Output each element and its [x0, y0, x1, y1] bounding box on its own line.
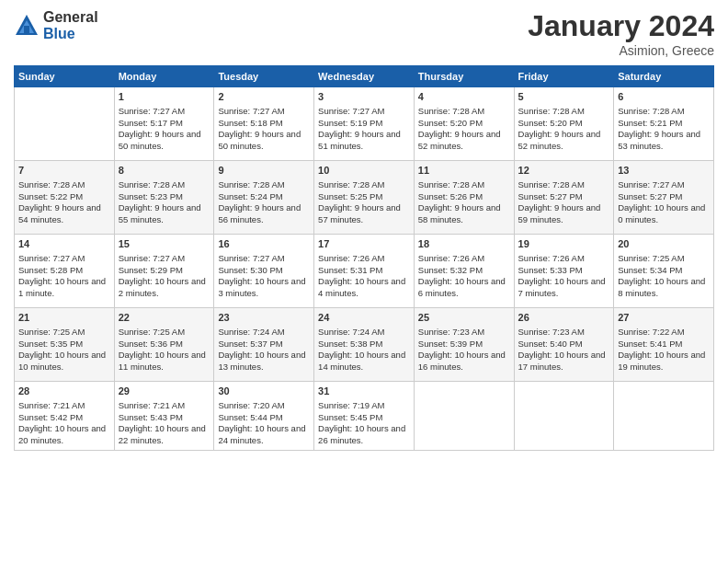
sunrise-text: Sunrise: 7:25 AM — [119, 327, 185, 337]
sunset-text: Sunset: 5:40 PM — [518, 339, 583, 349]
day-number: 8 — [119, 164, 210, 178]
daylight-text: Daylight: 10 hours and 6 minutes. — [418, 276, 506, 298]
day-number: 16 — [218, 237, 310, 251]
table-row: 13Sunrise: 7:27 AMSunset: 5:27 PMDayligh… — [614, 161, 714, 235]
sunrise-text: Sunrise: 7:21 AM — [119, 400, 185, 410]
table-row: 18Sunrise: 7:26 AMSunset: 5:32 PMDayligh… — [414, 235, 514, 308]
svg-rect-2 — [24, 26, 29, 33]
table-row: 4Sunrise: 7:28 AMSunset: 5:20 PMDaylight… — [414, 87, 514, 161]
table-row: 26Sunrise: 7:23 AMSunset: 5:40 PMDayligh… — [514, 308, 614, 382]
day-number: 31 — [318, 385, 410, 398]
cell-content: 30Sunrise: 7:20 AMSunset: 5:44 PMDayligh… — [218, 385, 310, 447]
table-row: 7Sunrise: 7:28 AMSunset: 5:22 PMDaylight… — [15, 161, 115, 235]
sunset-text: Sunset: 5:28 PM — [18, 265, 83, 275]
daylight-text: Daylight: 10 hours and 0 minutes. — [618, 202, 705, 224]
logo: General Blue — [14, 9, 98, 41]
daylight-text: Daylight: 10 hours and 20 minutes. — [18, 423, 106, 445]
day-number: 24 — [318, 311, 410, 325]
sunrise-text: Sunrise: 7:27 AM — [119, 106, 185, 116]
daylight-text: Daylight: 9 hours and 50 minutes. — [218, 129, 301, 151]
day-number: 20 — [618, 237, 710, 251]
logo-blue-text: Blue — [43, 26, 98, 42]
daylight-text: Daylight: 10 hours and 3 minutes. — [218, 276, 305, 298]
sunset-text: Sunset: 5:24 PM — [218, 191, 282, 201]
col-tuesday: Tuesday — [214, 66, 314, 87]
sunrise-text: Sunrise: 7:26 AM — [318, 253, 384, 263]
sunset-text: Sunset: 5:17 PM — [119, 118, 183, 128]
day-number: 25 — [418, 311, 510, 325]
sunrise-text: Sunrise: 7:28 AM — [518, 106, 585, 116]
sunrise-text: Sunrise: 7:27 AM — [618, 179, 684, 190]
logo-text: General Blue — [43, 9, 98, 41]
daylight-text: Daylight: 10 hours and 19 minutes. — [618, 350, 705, 372]
table-row: 14Sunrise: 7:27 AMSunset: 5:28 PMDayligh… — [15, 235, 115, 308]
day-number: 30 — [218, 385, 310, 398]
page: General Blue January 2024 Asimion, Greec… — [0, 0, 728, 563]
daylight-text: Daylight: 10 hours and 11 minutes. — [119, 350, 206, 372]
day-number: 5 — [518, 90, 610, 104]
sunset-text: Sunset: 5:41 PM — [618, 339, 682, 349]
sunset-text: Sunset: 5:21 PM — [618, 118, 682, 128]
cell-content: 19Sunrise: 7:26 AMSunset: 5:33 PMDayligh… — [518, 237, 610, 300]
sunrise-text: Sunrise: 7:28 AM — [518, 179, 585, 190]
cell-content: 28Sunrise: 7:21 AMSunset: 5:42 PMDayligh… — [18, 385, 110, 447]
cell-content: 17Sunrise: 7:26 AMSunset: 5:31 PMDayligh… — [318, 237, 410, 300]
table-row: 8Sunrise: 7:28 AMSunset: 5:23 PMDaylight… — [114, 161, 214, 235]
sunrise-text: Sunrise: 7:21 AM — [18, 400, 85, 410]
cell-content: 2Sunrise: 7:27 AMSunset: 5:18 PMDaylight… — [218, 90, 310, 153]
location: Asimion, Greece — [528, 43, 714, 58]
day-number: 10 — [318, 164, 410, 178]
col-friday: Friday — [514, 66, 614, 87]
sunset-text: Sunset: 5:33 PM — [518, 265, 583, 275]
day-number: 28 — [18, 385, 110, 398]
table-row: 10Sunrise: 7:28 AMSunset: 5:25 PMDayligh… — [314, 161, 415, 235]
table-row: 1Sunrise: 7:27 AMSunset: 5:17 PMDaylight… — [114, 87, 214, 161]
sunset-text: Sunset: 5:30 PM — [218, 265, 282, 275]
daylight-text: Daylight: 10 hours and 10 minutes. — [18, 350, 106, 372]
sunrise-text: Sunrise: 7:28 AM — [618, 106, 684, 116]
day-number: 13 — [618, 164, 710, 178]
table-row: 29Sunrise: 7:21 AMSunset: 5:43 PMDayligh… — [114, 382, 214, 451]
logo-general-text: General — [43, 9, 98, 26]
daylight-text: Daylight: 9 hours and 56 minutes. — [218, 202, 301, 224]
col-monday: Monday — [114, 66, 214, 87]
day-number: 6 — [618, 90, 710, 104]
sunset-text: Sunset: 5:20 PM — [518, 118, 583, 128]
table-row — [15, 87, 115, 161]
sunrise-text: Sunrise: 7:28 AM — [418, 106, 484, 116]
daylight-text: Daylight: 10 hours and 8 minutes. — [618, 276, 705, 298]
cell-content: 15Sunrise: 7:27 AMSunset: 5:29 PMDayligh… — [119, 237, 210, 300]
day-number: 2 — [218, 90, 310, 104]
day-number: 27 — [618, 311, 710, 325]
daylight-text: Daylight: 10 hours and 2 minutes. — [119, 276, 206, 298]
sunrise-text: Sunrise: 7:28 AM — [119, 179, 185, 190]
table-row: 19Sunrise: 7:26 AMSunset: 5:33 PMDayligh… — [514, 235, 614, 308]
cell-content: 4Sunrise: 7:28 AMSunset: 5:20 PMDaylight… — [418, 90, 510, 153]
cell-content: 18Sunrise: 7:26 AMSunset: 5:32 PMDayligh… — [418, 237, 510, 300]
table-row — [514, 382, 614, 451]
sunrise-text: Sunrise: 7:25 AM — [18, 327, 85, 337]
sunset-text: Sunset: 5:34 PM — [618, 265, 682, 275]
sunrise-text: Sunrise: 7:22 AM — [618, 327, 684, 337]
sunrise-text: Sunrise: 7:25 AM — [618, 253, 684, 263]
cell-content: 10Sunrise: 7:28 AMSunset: 5:25 PMDayligh… — [318, 164, 410, 226]
day-number: 21 — [18, 311, 110, 325]
daylight-text: Daylight: 9 hours and 51 minutes. — [318, 129, 401, 151]
cell-content: 14Sunrise: 7:27 AMSunset: 5:28 PMDayligh… — [18, 237, 110, 300]
sunset-text: Sunset: 5:27 PM — [518, 191, 583, 201]
sunset-text: Sunset: 5:27 PM — [618, 191, 682, 201]
daylight-text: Daylight: 9 hours and 55 minutes. — [119, 202, 201, 224]
sunset-text: Sunset: 5:23 PM — [119, 191, 183, 201]
daylight-text: Daylight: 10 hours and 26 minutes. — [318, 423, 405, 445]
sunrise-text: Sunrise: 7:26 AM — [418, 253, 484, 263]
table-row: 25Sunrise: 7:23 AMSunset: 5:39 PMDayligh… — [414, 308, 514, 382]
cell-content: 5Sunrise: 7:28 AMSunset: 5:20 PMDaylight… — [518, 90, 610, 153]
sunset-text: Sunset: 5:43 PM — [119, 412, 183, 422]
day-number: 22 — [119, 311, 210, 325]
sunrise-text: Sunrise: 7:24 AM — [218, 327, 284, 337]
daylight-text: Daylight: 9 hours and 52 minutes. — [518, 129, 601, 151]
day-number: 19 — [518, 237, 610, 251]
table-row: 6Sunrise: 7:28 AMSunset: 5:21 PMDaylight… — [614, 87, 714, 161]
daylight-text: Daylight: 9 hours and 53 minutes. — [618, 129, 700, 151]
table-row: 3Sunrise: 7:27 AMSunset: 5:19 PMDaylight… — [314, 87, 415, 161]
